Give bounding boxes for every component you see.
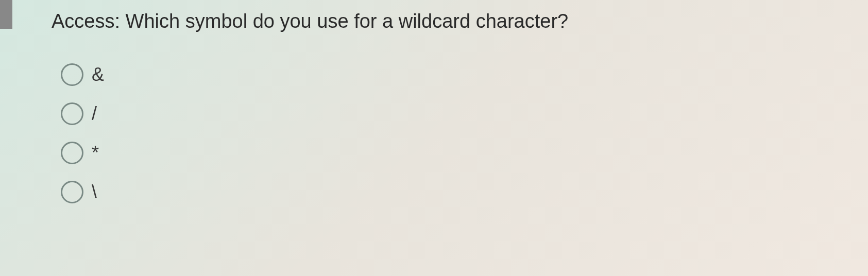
radio-button-icon	[61, 63, 83, 86]
left-edge-decoration	[0, 0, 12, 29]
option-asterisk[interactable]: *	[61, 142, 868, 164]
radio-button-icon	[61, 142, 83, 164]
option-label: /	[92, 103, 97, 125]
option-label: \	[92, 181, 97, 203]
radio-button-icon	[61, 102, 83, 125]
option-label: &	[92, 64, 104, 85]
option-forward-slash[interactable]: /	[61, 102, 868, 125]
options-container: & / * \	[61, 63, 868, 203]
option-ampersand[interactable]: &	[61, 63, 868, 86]
question-text: Access: Which symbol do you use for a wi…	[52, 10, 868, 32]
option-backslash[interactable]: \	[61, 181, 868, 203]
radio-button-icon	[61, 181, 83, 203]
option-label: *	[92, 142, 99, 164]
